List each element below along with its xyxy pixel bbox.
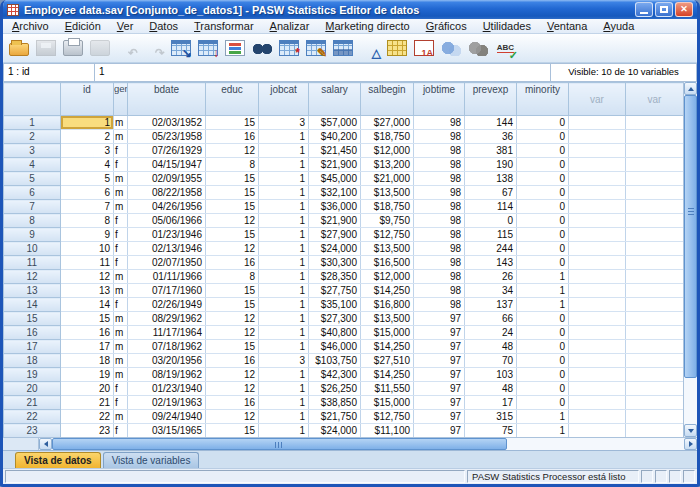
cell-var[interactable] [626, 298, 684, 312]
cell-var[interactable] [569, 354, 626, 368]
cell-minority-15[interactable]: 0 [517, 312, 569, 326]
cell-prevexp-21[interactable]: 17 [465, 396, 517, 410]
recall-dialogs-icon[interactable] [87, 35, 113, 61]
row-header-17[interactable]: 17 [4, 340, 61, 354]
cell-minority-3[interactable]: 0 [517, 144, 569, 158]
cell-var[interactable] [626, 312, 684, 326]
row-header-11[interactable]: 11 [4, 256, 61, 270]
cell-jobtime-11[interactable]: 98 [414, 256, 465, 270]
cell-jobcat-11[interactable]: 1 [259, 256, 309, 270]
column-header-salbegin[interactable]: salbegin [361, 83, 414, 116]
find-icon[interactable] [249, 35, 275, 61]
cell-gender-21[interactable]: f [114, 396, 128, 410]
cell-salary-21[interactable]: $38,850 [309, 396, 361, 410]
cell-prevexp-10[interactable]: 244 [465, 242, 517, 256]
column-header-var[interactable]: var [626, 83, 684, 116]
cell-salbegin-12[interactable]: $12,000 [361, 270, 414, 284]
cell-salbegin-13[interactable]: $14,250 [361, 284, 414, 298]
cell-id-22[interactable]: 22 [61, 410, 114, 424]
cell-bdate-8[interactable]: 05/06/1966 [128, 214, 206, 228]
cell-var[interactable] [569, 200, 626, 214]
cell-minority-9[interactable]: 0 [517, 228, 569, 242]
cell-salbegin-20[interactable]: $11,550 [361, 382, 414, 396]
cell-id-14[interactable]: 14 [61, 298, 114, 312]
insert-variable-icon[interactable]: ✎ [303, 35, 329, 61]
cell-jobtime-21[interactable]: 97 [414, 396, 465, 410]
cell-salary-17[interactable]: $46,000 [309, 340, 361, 354]
cell-salbegin-5[interactable]: $21,000 [361, 172, 414, 186]
cell-minority-8[interactable]: 0 [517, 214, 569, 228]
cell-bdate-15[interactable]: 08/29/1962 [128, 312, 206, 326]
cell-educ-19[interactable]: 12 [206, 368, 259, 382]
cell-gender-7[interactable]: m [114, 200, 128, 214]
menu-marketing-directo[interactable]: Marketing directo [318, 20, 416, 32]
cell-bdate-14[interactable]: 02/26/1949 [128, 298, 206, 312]
cell-var[interactable] [569, 144, 626, 158]
cell-jobtime-10[interactable]: 98 [414, 242, 465, 256]
cell-jobcat-5[interactable]: 1 [259, 172, 309, 186]
cell-jobcat-7[interactable]: 1 [259, 200, 309, 214]
cell-var[interactable] [569, 396, 626, 410]
cell-bdate-23[interactable]: 03/15/1965 [128, 424, 206, 438]
cell-id-9[interactable]: 9 [61, 228, 114, 242]
cell-jobtime-3[interactable]: 98 [414, 144, 465, 158]
cell-id-4[interactable]: 4 [61, 158, 114, 172]
cell-jobtime-9[interactable]: 98 [414, 228, 465, 242]
cell-prevexp-16[interactable]: 24 [465, 326, 517, 340]
show-all-variables-icon[interactable] [465, 35, 491, 61]
cell-salary-16[interactable]: $40,800 [309, 326, 361, 340]
cell-educ-12[interactable]: 8 [206, 270, 259, 284]
cell-bdate-3[interactable]: 07/26/1929 [128, 144, 206, 158]
cell-jobcat-9[interactable]: 1 [259, 228, 309, 242]
cell-minority-6[interactable]: 0 [517, 186, 569, 200]
row-header-1[interactable]: 1 [4, 116, 61, 130]
cell-educ-4[interactable]: 8 [206, 158, 259, 172]
row-header-14[interactable]: 14 [4, 298, 61, 312]
horizontal-scrollbar[interactable] [3, 437, 697, 450]
cell-gender-2[interactable]: m [114, 130, 128, 144]
cell-jobcat-1[interactable]: 3 [259, 116, 309, 130]
cell-educ-10[interactable]: 12 [206, 242, 259, 256]
cell-gender-22[interactable]: m [114, 410, 128, 424]
cell-bdate-6[interactable]: 08/22/1958 [128, 186, 206, 200]
cell-educ-1[interactable]: 15 [206, 116, 259, 130]
cell-var[interactable] [569, 158, 626, 172]
cell-educ-16[interactable]: 12 [206, 326, 259, 340]
cell-bdate-2[interactable]: 05/23/1958 [128, 130, 206, 144]
cell-minority-17[interactable]: 0 [517, 340, 569, 354]
cell-salbegin-16[interactable]: $15,000 [361, 326, 414, 340]
cell-prevexp-7[interactable]: 114 [465, 200, 517, 214]
scroll-down-button[interactable] [684, 424, 697, 437]
cell-gender-4[interactable]: f [114, 158, 128, 172]
cell-minority-21[interactable]: 0 [517, 396, 569, 410]
cell-jobtime-20[interactable]: 97 [414, 382, 465, 396]
scroll-left-button[interactable] [39, 438, 52, 450]
cell-minority-18[interactable]: 0 [517, 354, 569, 368]
undo-icon[interactable]: ↶ [114, 35, 140, 61]
close-button[interactable]: ✕ [675, 2, 693, 17]
cell-prevexp-15[interactable]: 66 [465, 312, 517, 326]
cell-id-3[interactable]: 3 [61, 144, 114, 158]
row-header-6[interactable]: 6 [4, 186, 61, 200]
pane-splitter-box[interactable] [3, 438, 39, 450]
vertical-scroll-thumb[interactable] [684, 95, 697, 378]
row-header-19[interactable]: 19 [4, 368, 61, 382]
menu-archivo[interactable]: Archivo [5, 20, 56, 32]
cell-id-10[interactable]: 10 [61, 242, 114, 256]
cell-var[interactable] [626, 130, 684, 144]
cell-var[interactable] [569, 270, 626, 284]
cell-salary-7[interactable]: $36,000 [309, 200, 361, 214]
vertical-scrollbar[interactable] [683, 82, 697, 437]
scroll-right-button[interactable] [684, 438, 697, 450]
cell-educ-9[interactable]: 15 [206, 228, 259, 242]
column-header-id[interactable]: id [61, 83, 114, 116]
cell-prevexp-6[interactable]: 67 [465, 186, 517, 200]
cell-prevexp-22[interactable]: 315 [465, 410, 517, 424]
cell-salary-14[interactable]: $35,100 [309, 298, 361, 312]
cell-salbegin-6[interactable]: $13,500 [361, 186, 414, 200]
cell-id-21[interactable]: 21 [61, 396, 114, 410]
cell-gender-13[interactable]: m [114, 284, 128, 298]
cell-bdate-9[interactable]: 01/23/1946 [128, 228, 206, 242]
cell-prevexp-17[interactable]: 48 [465, 340, 517, 354]
cell-minority-20[interactable]: 0 [517, 382, 569, 396]
